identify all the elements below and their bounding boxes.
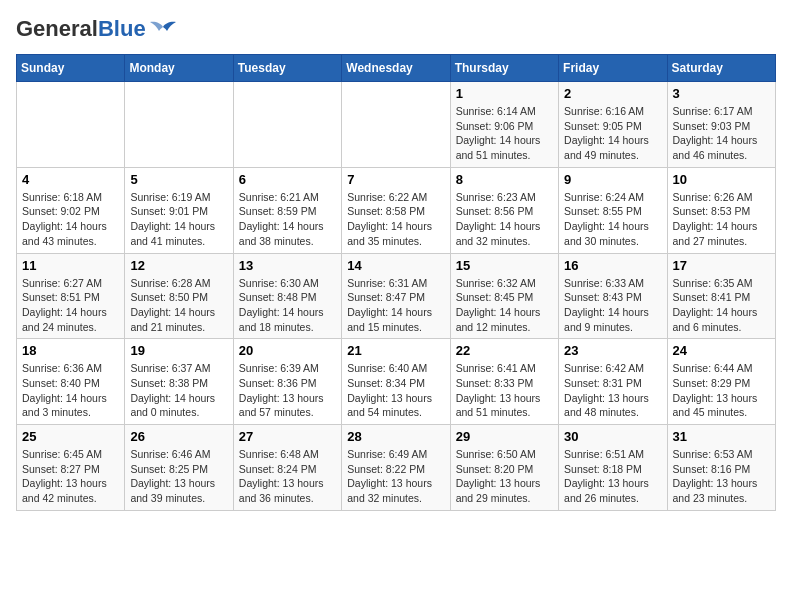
day-info: Sunrise: 6:45 AMSunset: 8:27 PMDaylight:…: [22, 447, 119, 506]
weekday-header: Sunday: [17, 55, 125, 82]
calendar-cell: 30Sunrise: 6:51 AMSunset: 8:18 PMDayligh…: [559, 425, 667, 511]
day-number: 29: [456, 429, 553, 444]
day-info: Sunrise: 6:53 AMSunset: 8:16 PMDaylight:…: [673, 447, 770, 506]
day-number: 16: [564, 258, 661, 273]
calendar-cell: 8Sunrise: 6:23 AMSunset: 8:56 PMDaylight…: [450, 167, 558, 253]
weekday-header: Saturday: [667, 55, 775, 82]
day-info: Sunrise: 6:19 AMSunset: 9:01 PMDaylight:…: [130, 190, 227, 249]
calendar-cell: [17, 82, 125, 168]
day-number: 20: [239, 343, 336, 358]
day-info: Sunrise: 6:14 AMSunset: 9:06 PMDaylight:…: [456, 104, 553, 163]
day-info: Sunrise: 6:30 AMSunset: 8:48 PMDaylight:…: [239, 276, 336, 335]
calendar-cell: [342, 82, 450, 168]
calendar-cell: 7Sunrise: 6:22 AMSunset: 8:58 PMDaylight…: [342, 167, 450, 253]
calendar-cell: 17Sunrise: 6:35 AMSunset: 8:41 PMDayligh…: [667, 253, 775, 339]
calendar-cell: 27Sunrise: 6:48 AMSunset: 8:24 PMDayligh…: [233, 425, 341, 511]
calendar-cell: 3Sunrise: 6:17 AMSunset: 9:03 PMDaylight…: [667, 82, 775, 168]
calendar-cell: 20Sunrise: 6:39 AMSunset: 8:36 PMDayligh…: [233, 339, 341, 425]
logo: GeneralBlue: [16, 16, 177, 42]
calendar-cell: 5Sunrise: 6:19 AMSunset: 9:01 PMDaylight…: [125, 167, 233, 253]
day-info: Sunrise: 6:17 AMSunset: 9:03 PMDaylight:…: [673, 104, 770, 163]
day-info: Sunrise: 6:21 AMSunset: 8:59 PMDaylight:…: [239, 190, 336, 249]
calendar-cell: 4Sunrise: 6:18 AMSunset: 9:02 PMDaylight…: [17, 167, 125, 253]
calendar-cell: 23Sunrise: 6:42 AMSunset: 8:31 PMDayligh…: [559, 339, 667, 425]
day-number: 21: [347, 343, 444, 358]
day-info: Sunrise: 6:40 AMSunset: 8:34 PMDaylight:…: [347, 361, 444, 420]
calendar-cell: 18Sunrise: 6:36 AMSunset: 8:40 PMDayligh…: [17, 339, 125, 425]
day-info: Sunrise: 6:51 AMSunset: 8:18 PMDaylight:…: [564, 447, 661, 506]
calendar-week-row: 11Sunrise: 6:27 AMSunset: 8:51 PMDayligh…: [17, 253, 776, 339]
calendar-cell: 29Sunrise: 6:50 AMSunset: 8:20 PMDayligh…: [450, 425, 558, 511]
day-number: 7: [347, 172, 444, 187]
day-info: Sunrise: 6:35 AMSunset: 8:41 PMDaylight:…: [673, 276, 770, 335]
header: GeneralBlue: [16, 16, 776, 42]
calendar-cell: 9Sunrise: 6:24 AMSunset: 8:55 PMDaylight…: [559, 167, 667, 253]
calendar-cell: 12Sunrise: 6:28 AMSunset: 8:50 PMDayligh…: [125, 253, 233, 339]
logo-bird-icon: [149, 17, 177, 37]
day-info: Sunrise: 6:44 AMSunset: 8:29 PMDaylight:…: [673, 361, 770, 420]
calendar-cell: [233, 82, 341, 168]
day-number: 5: [130, 172, 227, 187]
day-info: Sunrise: 6:49 AMSunset: 8:22 PMDaylight:…: [347, 447, 444, 506]
day-info: Sunrise: 6:46 AMSunset: 8:25 PMDaylight:…: [130, 447, 227, 506]
calendar-cell: 26Sunrise: 6:46 AMSunset: 8:25 PMDayligh…: [125, 425, 233, 511]
calendar-cell: [125, 82, 233, 168]
day-number: 22: [456, 343, 553, 358]
calendar-cell: 1Sunrise: 6:14 AMSunset: 9:06 PMDaylight…: [450, 82, 558, 168]
weekday-header: Tuesday: [233, 55, 341, 82]
day-info: Sunrise: 6:39 AMSunset: 8:36 PMDaylight:…: [239, 361, 336, 420]
day-number: 14: [347, 258, 444, 273]
calendar-cell: 24Sunrise: 6:44 AMSunset: 8:29 PMDayligh…: [667, 339, 775, 425]
calendar-week-row: 4Sunrise: 6:18 AMSunset: 9:02 PMDaylight…: [17, 167, 776, 253]
day-info: Sunrise: 6:24 AMSunset: 8:55 PMDaylight:…: [564, 190, 661, 249]
day-number: 8: [456, 172, 553, 187]
day-number: 1: [456, 86, 553, 101]
day-info: Sunrise: 6:27 AMSunset: 8:51 PMDaylight:…: [22, 276, 119, 335]
day-number: 17: [673, 258, 770, 273]
day-info: Sunrise: 6:23 AMSunset: 8:56 PMDaylight:…: [456, 190, 553, 249]
day-number: 11: [22, 258, 119, 273]
calendar-cell: 2Sunrise: 6:16 AMSunset: 9:05 PMDaylight…: [559, 82, 667, 168]
day-number: 10: [673, 172, 770, 187]
day-info: Sunrise: 6:28 AMSunset: 8:50 PMDaylight:…: [130, 276, 227, 335]
calendar-cell: 19Sunrise: 6:37 AMSunset: 8:38 PMDayligh…: [125, 339, 233, 425]
calendar-cell: 16Sunrise: 6:33 AMSunset: 8:43 PMDayligh…: [559, 253, 667, 339]
weekday-header-row: SundayMondayTuesdayWednesdayThursdayFrid…: [17, 55, 776, 82]
day-number: 28: [347, 429, 444, 444]
day-number: 19: [130, 343, 227, 358]
calendar-cell: 31Sunrise: 6:53 AMSunset: 8:16 PMDayligh…: [667, 425, 775, 511]
calendar-cell: 25Sunrise: 6:45 AMSunset: 8:27 PMDayligh…: [17, 425, 125, 511]
day-info: Sunrise: 6:37 AMSunset: 8:38 PMDaylight:…: [130, 361, 227, 420]
weekday-header: Monday: [125, 55, 233, 82]
day-info: Sunrise: 6:36 AMSunset: 8:40 PMDaylight:…: [22, 361, 119, 420]
calendar-week-row: 1Sunrise: 6:14 AMSunset: 9:06 PMDaylight…: [17, 82, 776, 168]
day-number: 27: [239, 429, 336, 444]
day-info: Sunrise: 6:16 AMSunset: 9:05 PMDaylight:…: [564, 104, 661, 163]
day-number: 9: [564, 172, 661, 187]
day-info: Sunrise: 6:48 AMSunset: 8:24 PMDaylight:…: [239, 447, 336, 506]
day-number: 26: [130, 429, 227, 444]
weekday-header: Thursday: [450, 55, 558, 82]
day-number: 23: [564, 343, 661, 358]
day-number: 2: [564, 86, 661, 101]
calendar-cell: 28Sunrise: 6:49 AMSunset: 8:22 PMDayligh…: [342, 425, 450, 511]
day-number: 12: [130, 258, 227, 273]
day-info: Sunrise: 6:42 AMSunset: 8:31 PMDaylight:…: [564, 361, 661, 420]
day-info: Sunrise: 6:22 AMSunset: 8:58 PMDaylight:…: [347, 190, 444, 249]
day-info: Sunrise: 6:41 AMSunset: 8:33 PMDaylight:…: [456, 361, 553, 420]
day-number: 31: [673, 429, 770, 444]
day-number: 25: [22, 429, 119, 444]
day-number: 24: [673, 343, 770, 358]
day-number: 3: [673, 86, 770, 101]
weekday-header: Friday: [559, 55, 667, 82]
calendar-cell: 22Sunrise: 6:41 AMSunset: 8:33 PMDayligh…: [450, 339, 558, 425]
calendar-cell: 13Sunrise: 6:30 AMSunset: 8:48 PMDayligh…: [233, 253, 341, 339]
calendar-cell: 6Sunrise: 6:21 AMSunset: 8:59 PMDaylight…: [233, 167, 341, 253]
calendar-table: SundayMondayTuesdayWednesdayThursdayFrid…: [16, 54, 776, 511]
weekday-header: Wednesday: [342, 55, 450, 82]
calendar-cell: 11Sunrise: 6:27 AMSunset: 8:51 PMDayligh…: [17, 253, 125, 339]
calendar-week-row: 25Sunrise: 6:45 AMSunset: 8:27 PMDayligh…: [17, 425, 776, 511]
calendar-week-row: 18Sunrise: 6:36 AMSunset: 8:40 PMDayligh…: [17, 339, 776, 425]
day-number: 6: [239, 172, 336, 187]
day-info: Sunrise: 6:18 AMSunset: 9:02 PMDaylight:…: [22, 190, 119, 249]
